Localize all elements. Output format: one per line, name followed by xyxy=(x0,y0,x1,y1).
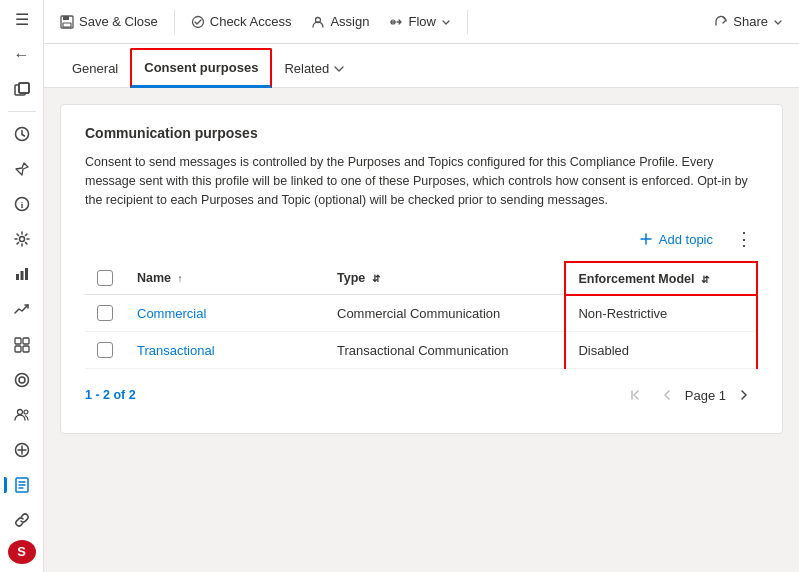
related-dropdown-icon xyxy=(333,63,345,75)
tab-general[interactable]: General xyxy=(60,51,130,88)
sidebar-item-grid[interactable] xyxy=(4,329,40,360)
prev-page-icon xyxy=(661,389,673,401)
sidebar-item-people[interactable] xyxy=(4,399,40,430)
svg-rect-10 xyxy=(15,338,21,344)
tab-related[interactable]: Related xyxy=(272,51,357,88)
svg-rect-21 xyxy=(63,16,69,20)
sidebar-item-active[interactable] xyxy=(4,469,40,500)
row-enforcement-2: Disabled xyxy=(565,332,757,369)
row-type-1: Commercial Communication xyxy=(325,295,565,332)
col-header-enforcement[interactable]: Enforcement Model ⇵ xyxy=(565,262,757,295)
table-controls: Add topic ⋮ xyxy=(85,225,758,253)
select-all-checkbox[interactable] xyxy=(97,270,113,286)
svg-point-23 xyxy=(192,16,203,27)
check-access-button[interactable]: Check Access xyxy=(183,9,300,34)
col-header-name[interactable]: Name ↑ xyxy=(125,262,325,295)
row-checkbox-2[interactable] xyxy=(85,332,125,369)
sidebar-item-chart[interactable] xyxy=(4,259,40,290)
table-row: Commercial Commercial Communication Non-… xyxy=(85,295,757,332)
assign-icon xyxy=(311,15,325,29)
share-dropdown-icon xyxy=(773,17,783,27)
sidebar-item-trending[interactable] xyxy=(4,294,40,325)
flow-icon xyxy=(389,15,403,29)
pagination: 1 - 2 of 2 Page 1 xyxy=(85,369,758,413)
data-table: Name ↑ Type ⇵ Enforcement Model ⇵ xyxy=(85,261,758,369)
col-header-checkbox xyxy=(85,262,125,295)
svg-rect-11 xyxy=(23,338,29,344)
row-enforcement-1: Non-Restrictive xyxy=(565,295,757,332)
info-text: Consent to send messages is controlled b… xyxy=(85,153,758,209)
section-title: Communication purposes xyxy=(85,125,758,141)
svg-rect-12 xyxy=(15,346,21,352)
prev-page-button[interactable] xyxy=(653,381,681,409)
sidebar-item-settings[interactable] xyxy=(4,224,40,255)
first-page-icon xyxy=(629,389,641,401)
main-card: Communication purposes Consent to send m… xyxy=(60,104,783,434)
save-close-button[interactable]: Save & Close xyxy=(52,9,166,34)
share-button[interactable]: Share xyxy=(706,9,791,34)
svg-point-15 xyxy=(19,377,25,383)
toolbar-separator-1 xyxy=(174,10,175,34)
add-topic-button[interactable]: Add topic xyxy=(630,227,722,252)
row-name-1: Commercial xyxy=(125,295,325,332)
main-content: Save & Close Check Access Assign Flow Sh… xyxy=(44,0,799,572)
sidebar-item-group[interactable] xyxy=(4,434,40,465)
table-row: Transactional Transactional Communicatio… xyxy=(85,332,757,369)
sidebar-item-hamburger[interactable]: ☰ xyxy=(4,4,40,35)
assign-button[interactable]: Assign xyxy=(303,9,377,34)
add-icon xyxy=(639,232,653,246)
name-sort-icon: ↑ xyxy=(178,273,183,284)
check-access-icon xyxy=(191,15,205,29)
first-page-button[interactable] xyxy=(621,381,649,409)
col-header-type[interactable]: Type ⇵ xyxy=(325,262,565,295)
enforcement-sort-icon: ⇵ xyxy=(701,274,709,285)
toolbar-separator-2 xyxy=(467,10,468,34)
page-label: Page 1 xyxy=(685,388,726,403)
svg-rect-7 xyxy=(16,274,19,280)
user-avatar[interactable]: S xyxy=(8,540,36,564)
tab-consent-purposes[interactable]: Consent purposes xyxy=(130,48,272,88)
page-navigation: Page 1 xyxy=(621,381,758,409)
row-type-2: Transactional Communication xyxy=(325,332,565,369)
more-options-button[interactable]: ⋮ xyxy=(730,225,758,253)
svg-rect-22 xyxy=(63,23,71,27)
sidebar-item-recent[interactable] xyxy=(4,118,40,149)
svg-point-16 xyxy=(17,409,22,414)
svg-rect-1 xyxy=(19,83,29,93)
next-page-icon xyxy=(738,389,750,401)
next-page-button[interactable] xyxy=(730,381,758,409)
row-checkbox-1[interactable] xyxy=(85,295,125,332)
toolbar: Save & Close Check Access Assign Flow Sh… xyxy=(44,0,799,44)
content-area: Communication purposes Consent to send m… xyxy=(44,88,799,572)
sidebar-item-restore[interactable] xyxy=(4,74,40,105)
sidebar-item-link[interactable] xyxy=(4,505,40,536)
svg-rect-13 xyxy=(23,346,29,352)
sidebar-item-back[interactable]: ← xyxy=(4,39,40,70)
svg-point-17 xyxy=(24,410,28,414)
svg-text:i: i xyxy=(20,200,23,210)
save-icon xyxy=(60,15,74,29)
sidebar-item-info[interactable]: i xyxy=(4,188,40,219)
row-name-2: Transactional xyxy=(125,332,325,369)
page-range: 1 - 2 of 2 xyxy=(85,388,136,402)
share-icon xyxy=(714,15,728,29)
sidebar-item-pin[interactable] xyxy=(4,153,40,184)
svg-rect-9 xyxy=(25,268,28,280)
flow-button[interactable]: Flow xyxy=(381,9,458,34)
tabs-bar: General Consent purposes Related xyxy=(44,44,799,88)
sidebar-item-circle[interactable] xyxy=(4,364,40,395)
sidebar: ☰ ← i S xyxy=(0,0,44,572)
type-sort-icon: ⇵ xyxy=(372,273,380,284)
svg-rect-8 xyxy=(20,271,23,280)
svg-point-14 xyxy=(15,373,28,386)
svg-point-6 xyxy=(19,237,24,242)
flow-dropdown-icon xyxy=(441,17,451,27)
